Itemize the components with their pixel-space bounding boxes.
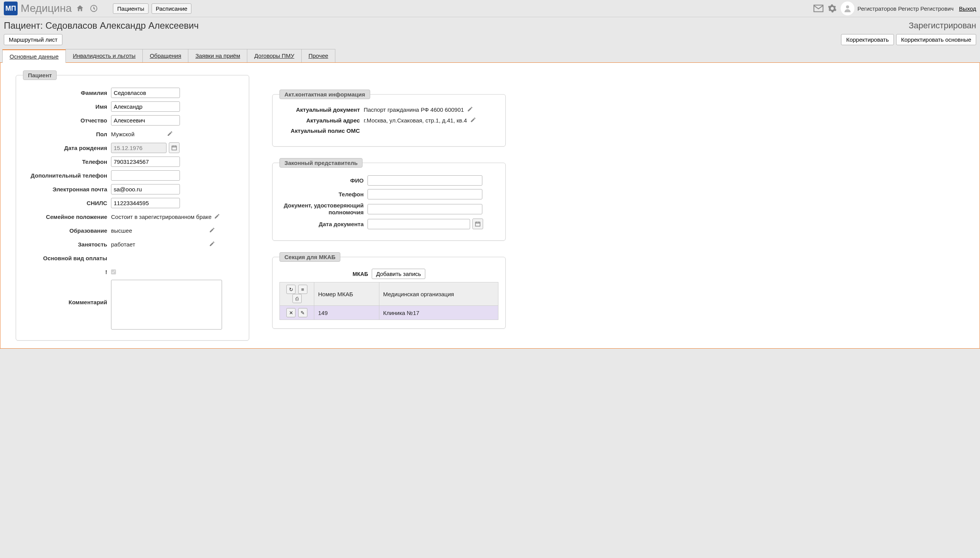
- label-marital: Семейное положение: [23, 213, 111, 220]
- tab-referrals[interactable]: Обращения: [143, 49, 188, 62]
- actual-addr-value: г.Москва, ул.Скаковая, стр.1, д.41, кв.4: [364, 117, 467, 124]
- tab-contracts[interactable]: Договоры ПМУ: [247, 49, 301, 62]
- pencil-icon[interactable]: [167, 131, 174, 138]
- rep-legend: Законный представитель: [279, 158, 363, 167]
- app-title: Медицина: [21, 2, 72, 15]
- topbar: МП Медицина Пациенты Расписание Регистра…: [0, 0, 980, 17]
- label-comment: Комментарий: [23, 280, 111, 305]
- tab-appointments[interactable]: Заявки на приём: [188, 49, 247, 62]
- label-lastname: Фамилия: [23, 90, 111, 96]
- mkab-label: МКАБ: [353, 271, 368, 277]
- col-mkab-org: Медицинская организация: [379, 282, 498, 306]
- label-payment: Основной вид оплаты: [23, 255, 111, 261]
- actual-doc-value: Паспорт гражданина РФ 4600 600901: [364, 107, 464, 113]
- patient-legend: Пациент: [23, 71, 57, 80]
- label-firstname: Имя: [23, 103, 111, 110]
- nav-schedule-button[interactable]: Расписание: [152, 3, 192, 14]
- patronymic-field[interactable]: [111, 115, 180, 126]
- comment-field[interactable]: [111, 280, 222, 330]
- representative-fieldset: Законный представитель ФИО Телефон Докум…: [272, 158, 506, 241]
- action-bar: Маршрутный лист Корректировать Корректир…: [0, 33, 980, 49]
- pencil-icon[interactable]: ✎: [298, 308, 307, 317]
- label-actual-doc: Актуальный документ: [279, 107, 364, 113]
- pencil-icon[interactable]: [470, 117, 477, 124]
- add-record-button[interactable]: Добавить запись: [372, 269, 425, 279]
- label-phone2: Дополнительный телефон: [23, 172, 111, 179]
- label-actual-oms: Актуальный полис ОМС: [279, 128, 364, 134]
- sex-value: Мужской: [111, 130, 164, 139]
- mkab-toolbar-header: ↻ ≡ ⎙: [280, 282, 314, 306]
- mkab-legend: Секция для МКАБ: [279, 252, 340, 262]
- col-mkab-number: Номер МКАБ: [314, 282, 379, 306]
- app-logo: МП: [4, 2, 18, 15]
- label-snils: СНИЛС: [23, 200, 111, 206]
- table-row[interactable]: ✕ ✎ 149 Клиника №17: [280, 306, 498, 320]
- lastname-field[interactable]: [111, 88, 180, 98]
- rep-date-field[interactable]: [368, 219, 470, 229]
- home-icon[interactable]: [75, 3, 85, 14]
- pencil-icon[interactable]: [209, 241, 216, 248]
- excl-checkbox: [111, 269, 116, 274]
- mail-icon[interactable]: [813, 3, 824, 14]
- label-rep-phone: Телефон: [279, 191, 368, 197]
- label-education: Образование: [23, 227, 111, 234]
- firstname-field[interactable]: [111, 102, 180, 112]
- email-field[interactable]: [111, 184, 180, 194]
- status-badge: Зарегистрирован: [909, 21, 976, 31]
- page-title: Пациент: Седовласов Александр Алексеевич: [4, 20, 199, 31]
- education-value: высшее: [111, 226, 207, 235]
- nav-patients-button[interactable]: Пациенты: [113, 3, 148, 14]
- refresh-icon[interactable]: ↻: [286, 285, 295, 294]
- rep-doc-field[interactable]: [368, 204, 483, 214]
- label-sex: Пол: [23, 131, 111, 138]
- label-employment: Занятость: [23, 241, 111, 248]
- pencil-icon[interactable]: [209, 227, 216, 234]
- phone-field[interactable]: [111, 156, 180, 167]
- label-excl: !: [23, 269, 111, 275]
- marital-value: Состоит в зарегистрированном браке: [111, 212, 212, 222]
- contact-legend: Акт.контактная информация: [279, 90, 370, 99]
- mkab-org-value: Клиника №17: [379, 306, 498, 320]
- label-rep-fio: ФИО: [279, 177, 368, 184]
- label-patronymic: Отчество: [23, 117, 111, 124]
- label-actual-addr: Актуальный адрес: [279, 117, 364, 124]
- rep-phone-field[interactable]: [368, 189, 483, 199]
- logout-link[interactable]: Выход: [959, 5, 976, 12]
- label-email: Электронная почта: [23, 186, 111, 192]
- employment-value: работает: [111, 240, 207, 249]
- contact-fieldset: Акт.контактная информация Актуальный док…: [272, 90, 506, 146]
- tab-bar: Основные данные Инвалидность и льготы Об…: [0, 49, 980, 62]
- edit-main-button[interactable]: Корректировать основные: [896, 34, 976, 45]
- edit-button[interactable]: Корректировать: [841, 34, 893, 45]
- settings-icon[interactable]: [827, 3, 837, 14]
- mkab-number-value: 149: [314, 306, 379, 320]
- mkab-table: ↻ ≡ ⎙ Номер МКАБ Медицинская организация…: [279, 282, 498, 320]
- label-rep-doc: Документ, удостоверяющий полномочия: [279, 202, 368, 216]
- phone2-field[interactable]: [111, 170, 180, 181]
- page-header: Пациент: Седовласов Александр Алексеевич…: [0, 17, 980, 33]
- username-label: Регистраторов Регистр Регистрович: [857, 5, 954, 12]
- tab-disability[interactable]: Инвалидность и льготы: [66, 49, 143, 62]
- mkab-fieldset: Секция для МКАБ МКАБ Добавить запись ↻ ≡…: [272, 252, 506, 329]
- label-phone: Телефон: [23, 158, 111, 165]
- svg-point-2: [846, 5, 849, 8]
- print-icon[interactable]: ⎙: [292, 294, 302, 303]
- calendar-icon[interactable]: [169, 142, 179, 153]
- calendar-icon[interactable]: [473, 218, 483, 229]
- tab-main-data[interactable]: Основные данные: [2, 49, 66, 63]
- tab-content-main: Пациент Фамилия Имя Отчество Пол Мужской: [0, 62, 980, 349]
- user-avatar[interactable]: [840, 2, 854, 15]
- delete-icon[interactable]: ✕: [286, 308, 295, 317]
- rep-fio-field[interactable]: [368, 175, 483, 185]
- dob-field: [111, 143, 166, 153]
- route-sheet-button[interactable]: Маршрутный лист: [4, 34, 62, 45]
- snils-field[interactable]: [111, 198, 180, 208]
- tab-other[interactable]: Прочее: [301, 49, 336, 62]
- svg-rect-3: [172, 146, 176, 150]
- pencil-icon[interactable]: [467, 106, 474, 113]
- list-icon[interactable]: ≡: [298, 285, 307, 294]
- pencil-icon[interactable]: [214, 213, 221, 220]
- svg-rect-4: [476, 222, 480, 226]
- clock-icon[interactable]: [89, 3, 99, 14]
- patient-fieldset: Пациент Фамилия Имя Отчество Пол Мужской: [16, 71, 249, 341]
